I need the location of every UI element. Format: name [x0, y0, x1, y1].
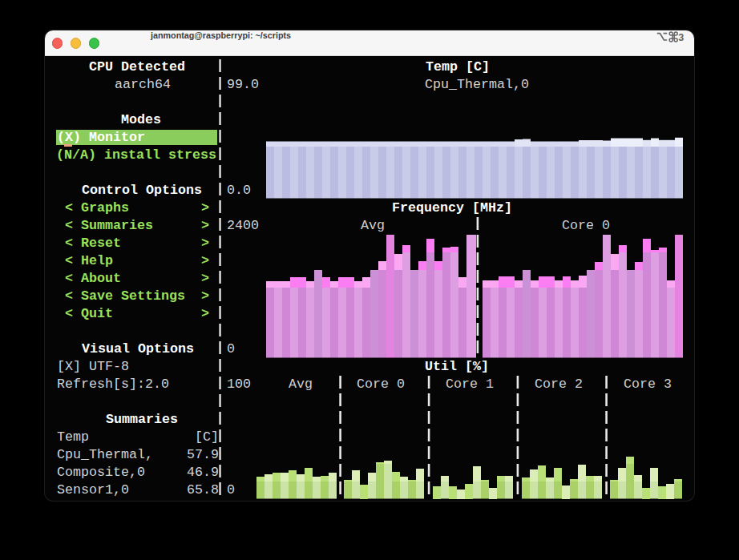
svg-text:3: 3 — [678, 32, 684, 43]
